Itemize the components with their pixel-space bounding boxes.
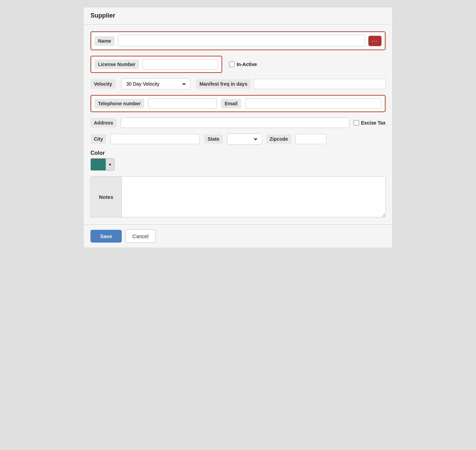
telephone-input[interactable] — [148, 98, 217, 109]
name-label: Name — [95, 36, 115, 46]
notes-row: Notes — [90, 176, 386, 217]
license-input[interactable] — [142, 59, 218, 69]
city-row: City State AL AK CA NY TX Zipcode — [90, 133, 386, 144]
manifest-input[interactable] — [253, 79, 386, 89]
name-row: Name ··· — [90, 31, 386, 50]
state-group: AL AK CA NY TX — [227, 133, 262, 144]
notes-textarea[interactable] — [121, 176, 386, 217]
section-title: Supplier — [90, 12, 115, 19]
manifest-group: Manifest freq in days — [196, 79, 386, 89]
inactive-label: In-Active — [237, 62, 257, 67]
velocity-group: 30 Day Velocity 7 Day Velocity 60 Day Ve… — [121, 78, 191, 89]
save-button[interactable]: Save — [90, 230, 122, 243]
form-body: Name ··· License Number In-Active Veloci… — [84, 24, 392, 224]
state-label: State — [204, 134, 223, 144]
velocity-row: Velocity 30 Day Velocity 7 Day Velocity … — [90, 78, 386, 89]
inactive-checkbox[interactable] — [229, 62, 235, 67]
color-picker-group: ▼ — [90, 158, 115, 171]
license-row: License Number In-Active — [90, 56, 386, 73]
color-label: Color — [90, 150, 386, 156]
section-header: Supplier — [84, 7, 392, 24]
email-label: Email — [221, 99, 241, 108]
telephone-label: Telephone number — [95, 99, 144, 108]
city-label: City — [90, 134, 106, 144]
excise-group: Excise Tax — [354, 120, 386, 126]
form-footer: Save Cancel — [84, 224, 392, 248]
name-input[interactable] — [118, 35, 365, 47]
email-input[interactable] — [245, 98, 381, 109]
color-dropdown-button[interactable]: ▼ — [106, 159, 114, 170]
velocity-select[interactable]: 30 Day Velocity 7 Day Velocity 60 Day Ve… — [125, 81, 187, 87]
address-input[interactable] — [121, 118, 349, 128]
zipcode-input[interactable] — [295, 134, 326, 144]
manifest-label: Manifest freq in days — [196, 79, 251, 89]
address-label: Address — [90, 118, 117, 128]
dots-button[interactable]: ··· — [368, 36, 381, 46]
state-select[interactable]: AL AK CA NY TX — [231, 136, 258, 142]
notes-label: Notes — [90, 176, 121, 217]
city-input[interactable] — [110, 134, 200, 144]
license-group: License Number — [90, 56, 222, 73]
tel-email-row: Telephone number Email — [90, 95, 386, 112]
color-section: Color ▼ — [90, 150, 386, 171]
zipcode-label: Zipcode — [266, 134, 292, 144]
excise-label: Excise Tax — [361, 120, 386, 126]
license-label: License Number — [95, 60, 139, 69]
supplier-form: Supplier Name ··· License Number In-Acti… — [83, 7, 393, 248]
velocity-label: Velocity — [90, 79, 116, 89]
excise-checkbox[interactable] — [354, 120, 359, 126]
inactive-group: In-Active — [229, 62, 257, 67]
color-swatch[interactable] — [91, 159, 106, 170]
address-row: Address Excise Tax — [90, 118, 386, 128]
cancel-button[interactable]: Cancel — [125, 229, 156, 243]
